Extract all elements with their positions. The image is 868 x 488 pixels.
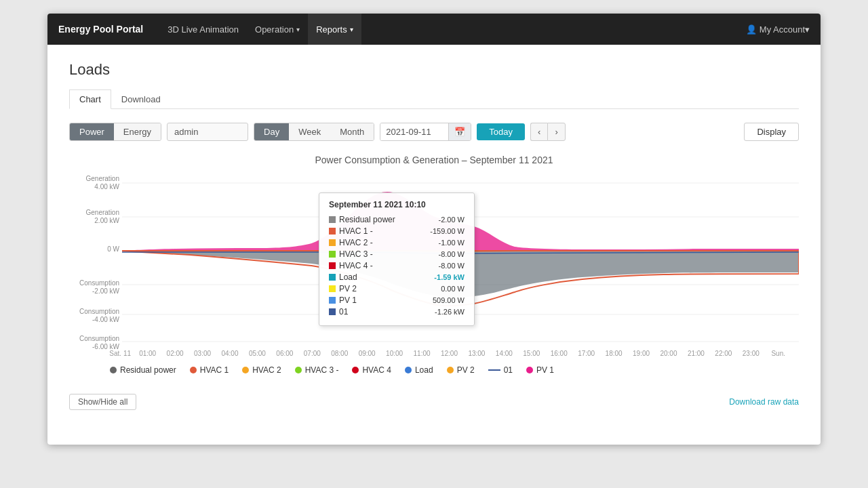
reports-caret-icon: ▾ [350, 26, 353, 33]
chart-title: Power Consumption & Generation – Septemb… [69, 155, 799, 165]
nav-item-operation[interactable]: Operation ▾ [247, 14, 308, 45]
x-axis-label: Sun. [765, 350, 792, 357]
x-axis-label: 07:00 [298, 350, 326, 357]
y-axis: Generation4.00 kW Generation2.00 kW 0 W … [69, 172, 122, 348]
x-axis-label: 19:00 [627, 350, 654, 357]
tooltip-row: Load -1.59 kW [329, 272, 465, 282]
tooltip-swatch [329, 285, 336, 292]
x-axis-label: 14:00 [490, 350, 517, 357]
x-axis-label: 21:00 [682, 350, 709, 357]
date-input-wrap: 📅 [380, 123, 471, 141]
energy-button[interactable]: Energy [114, 123, 161, 140]
legend-item: HVAC 3 - [295, 365, 339, 375]
x-axis-label: 15:00 [518, 350, 545, 357]
day-button[interactable]: Day [254, 123, 289, 140]
navbar-brand: Energy Pool Portal [58, 24, 143, 35]
legend-dot [295, 367, 302, 373]
calendar-icon-button[interactable]: 📅 [448, 123, 471, 140]
main-content: Loads Chart Download Power Energy Day We… [47, 45, 821, 445]
x-axis-label: 06:00 [271, 350, 298, 357]
download-raw-link[interactable]: Download raw data [729, 397, 799, 407]
prev-button[interactable]: ‹ [530, 123, 547, 141]
legend-dot [352, 367, 359, 373]
tooltip-row: 01 -1.26 kW [329, 307, 465, 317]
x-axis-label: 11:00 [408, 350, 435, 357]
chart-area: September 11 2021 10:10 Residual power -… [122, 172, 799, 348]
power-energy-group: Power Energy [69, 123, 161, 141]
x-axis-label: 02:00 [161, 350, 189, 357]
tooltip-swatch [329, 262, 336, 269]
tooltip-rows: Residual power -2.00 W HVAC 1 - -159.00 … [329, 215, 465, 317]
x-axis-label: 22:00 [710, 350, 737, 357]
tooltip-row: HVAC 2 - -1.00 W [329, 238, 465, 247]
next-button[interactable]: › [547, 123, 565, 141]
show-hide-all-button[interactable]: Show/Hide all [69, 394, 136, 410]
legend-item: 01 [488, 365, 513, 375]
chart-container: Power Consumption & Generation – Septemb… [69, 155, 799, 382]
admin-input[interactable] [167, 123, 248, 141]
month-button[interactable]: Month [330, 123, 374, 140]
tooltip-swatch [329, 228, 336, 235]
legend-dot [242, 367, 249, 373]
nav-item-3d[interactable]: 3D Live Animation [159, 14, 247, 45]
account-menu[interactable]: 👤 My Account ▾ [746, 24, 810, 35]
nav-arrows: ‹ › [530, 123, 566, 141]
tooltip-swatch [329, 251, 336, 258]
tab-bar: Chart Download [69, 89, 799, 109]
tooltip-swatch [329, 274, 336, 281]
bottom-bar: Show/Hide all Download raw data [69, 394, 799, 410]
x-axis-label: 10:00 [380, 350, 408, 357]
x-axis-label: 16:00 [545, 350, 572, 357]
x-axis-label: 13:00 [463, 350, 490, 357]
tooltip-row: PV 2 0.00 W [329, 284, 465, 293]
tooltip-swatch [329, 297, 336, 304]
legend-item: PV 2 [447, 365, 475, 375]
legend-item: Load [405, 365, 433, 375]
tooltip-row: PV 1 509.00 W [329, 296, 465, 305]
x-axis-label: 18:00 [600, 350, 627, 357]
tooltip-swatch [329, 239, 336, 246]
tooltip-title: September 11 2021 10:10 [329, 200, 465, 209]
nav-item-reports[interactable]: Reports ▾ [308, 14, 361, 45]
legend-dot [447, 367, 454, 373]
tooltip-swatch [329, 216, 336, 223]
tooltip-row: HVAC 4 - -8.00 W [329, 261, 465, 270]
legend-item: Residual power [110, 365, 176, 375]
x-axis-label: 17:00 [572, 350, 599, 357]
tab-chart[interactable]: Chart [69, 89, 111, 109]
tooltip-swatch [329, 308, 336, 315]
x-axis-label: 08:00 [326, 350, 353, 357]
x-axis-label: 09:00 [353, 350, 380, 357]
legend: Residual powerHVAC 1HVAC 2HVAC 3 -HVAC 4… [69, 365, 799, 375]
legend-dot [110, 367, 117, 373]
tooltip-row: HVAC 1 - -159.00 W [329, 226, 465, 236]
tooltip-row: Residual power -2.00 W [329, 215, 465, 224]
legend-line [488, 369, 500, 371]
tooltip-row: HVAC 3 - -8.00 W [329, 249, 465, 259]
legend-item: HVAC 2 [242, 365, 281, 375]
navbar: Energy Pool Portal 3D Live Animation Ope… [47, 14, 821, 45]
today-button[interactable]: Today [477, 123, 525, 140]
period-group: Day Week Month [254, 123, 374, 141]
x-axis-label: 04:00 [216, 350, 243, 357]
chart-tooltip: September 11 2021 10:10 Residual power -… [319, 192, 475, 326]
tab-download[interactable]: Download [111, 89, 171, 109]
operation-caret-icon: ▾ [296, 26, 300, 33]
legend-item: PV 1 [526, 365, 554, 375]
toolbar: Power Energy Day Week Month 📅 Today ‹ › … [69, 123, 799, 141]
legend-dot [405, 367, 412, 373]
x-axis-label: 01:00 [134, 350, 161, 357]
x-axis-label: 03:00 [189, 350, 216, 357]
legend-item: HVAC 1 [190, 365, 229, 375]
legend-dot [526, 367, 533, 373]
date-input[interactable] [380, 123, 448, 140]
legend-dot [190, 367, 197, 373]
x-axis: Sat. 1101:0002:0003:0004:0005:0006:0007:… [69, 350, 799, 357]
user-icon: 👤 [746, 24, 757, 35]
week-button[interactable]: Week [289, 123, 330, 140]
display-button[interactable]: Display [744, 123, 799, 141]
account-caret-icon: ▾ [805, 24, 810, 35]
power-button[interactable]: Power [70, 123, 114, 140]
legend-item: HVAC 4 [352, 365, 391, 375]
x-axis-label: 20:00 [655, 350, 682, 357]
